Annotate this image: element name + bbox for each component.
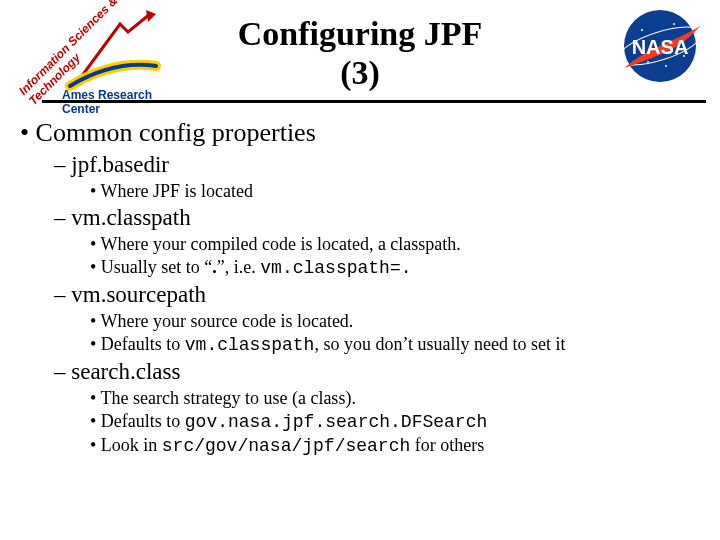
detail: Look in src/gov/nasa/jpf/search for othe…	[90, 434, 702, 458]
detail: Defaults to gov.nasa.jpf.search.DFSearch	[90, 410, 702, 434]
bullet-main: Common config properties jpf.basedir Whe…	[20, 118, 702, 458]
svg-point-2	[641, 29, 643, 31]
detail: The search strategy to use (a class).	[90, 387, 702, 410]
title-line-2: (3)	[340, 54, 380, 91]
slide-header: Information Sciences & Technology Ames R…	[0, 0, 720, 108]
nasa-text: NASA	[632, 36, 689, 58]
svg-point-3	[673, 23, 675, 25]
detail: Where your compiled code is located, a c…	[90, 233, 702, 256]
prop-name: vm.sourcepath	[71, 282, 206, 307]
prop-basedir: jpf.basedir Where JPF is located	[54, 152, 702, 203]
detail: Where your source code is located.	[90, 310, 702, 333]
prop-searchclass: search.class The search strategy to use …	[54, 359, 702, 458]
detail: Defaults to vm.classpath, so you don’t u…	[90, 333, 702, 357]
prop-classpath: vm.classpath Where your compiled code is…	[54, 205, 702, 280]
header-divider	[42, 100, 706, 103]
svg-point-5	[647, 61, 649, 63]
slide: Information Sciences & Technology Ames R…	[0, 0, 720, 540]
prop-sourcepath: vm.sourcepath Where your source code is …	[54, 282, 702, 357]
prop-name: jpf.basedir	[71, 152, 169, 177]
svg-point-6	[665, 65, 667, 67]
slide-content: Common config properties jpf.basedir Whe…	[20, 118, 702, 462]
detail: Where JPF is located	[90, 180, 702, 203]
detail: Usually set to “.”, i.e. vm.classpath=.	[90, 256, 702, 280]
prop-name: vm.classpath	[71, 205, 190, 230]
nasa-logo: NASA	[614, 6, 706, 86]
title-line-1: Configuring JPF	[238, 15, 483, 52]
slide-title: Configuring JPF (3)	[0, 14, 720, 92]
prop-name: search.class	[71, 359, 180, 384]
bullet-main-text: Common config properties	[36, 118, 316, 147]
